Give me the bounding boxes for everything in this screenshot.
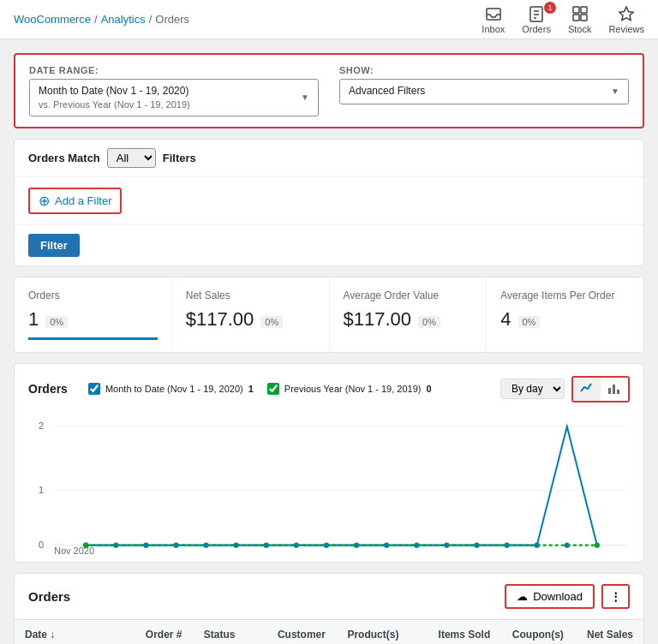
add-filter-label: Add a Filter (55, 194, 111, 207)
show-group: Show: Advanced Filters ▼ (339, 65, 629, 104)
chart-svg: 2 1 0 (28, 413, 630, 550)
inbox-label: Inbox (482, 24, 505, 34)
legend-current-checkbox[interactable] (88, 383, 100, 395)
stat-netsales: Net Sales $117.00 0% (172, 277, 330, 352)
stat-orders-label: Orders (28, 289, 158, 301)
stat-netsales-pct: 0% (260, 316, 283, 328)
svg-rect-6 (581, 7, 587, 13)
reviews-label: Reviews (608, 24, 644, 34)
date-range-chevron: ▼ (301, 92, 309, 102)
orders-icon (528, 5, 545, 22)
svg-rect-11 (613, 385, 615, 394)
show-select[interactable]: Advanced Filters ▼ (339, 79, 629, 104)
add-filter-row: ⊕ Add a Filter (15, 177, 643, 225)
svg-text:1: 1 (39, 484, 44, 494)
chart-header: Orders Month to Date (Nov 1 - 19, 2020) … (28, 376, 630, 402)
stat-netsales-label: Net Sales (186, 289, 315, 301)
legend-prev-checkbox[interactable] (267, 383, 279, 395)
svg-rect-12 (617, 390, 619, 394)
legend-prev: Previous Year (Nov 1 - 19, 2019) 0 (267, 383, 432, 395)
table-header: Orders ☁ Download ⋮ (15, 574, 643, 620)
col-date[interactable]: Date ↓ (15, 620, 135, 644)
col-coupons: Coupon(s) (502, 620, 576, 644)
orders-match-text: Orders Match (28, 152, 100, 164)
filters-label: Filters (163, 152, 196, 164)
chart-section: Orders Month to Date (Nov 1 - 19, 2020) … (14, 363, 644, 563)
svg-rect-8 (581, 15, 587, 21)
svg-rect-7 (573, 15, 579, 21)
more-options-button[interactable]: ⋮ (601, 584, 630, 609)
legend-current: Month to Date (Nov 1 - 19, 2020) 1 (88, 383, 254, 395)
chart-title: Orders (28, 382, 68, 396)
show-chevron: ▼ (611, 86, 619, 96)
svg-rect-5 (573, 7, 579, 13)
top-bar: WooCommerce / Analytics / Orders Inbox 1… (0, 0, 658, 39)
col-order: Order # (135, 620, 194, 644)
table-title: Orders (28, 589, 70, 604)
date-filter-section: Date Range: Month to Date (Nov 1 - 19, 2… (14, 53, 644, 128)
svg-point-37 (595, 542, 600, 547)
stat-avg-order-value: $117.00 (344, 308, 412, 331)
stock-nav[interactable]: Stock (568, 5, 592, 34)
bar-chart-icon (607, 381, 621, 395)
plus-circle-icon: ⊕ (39, 193, 50, 209)
stock-label: Stock (568, 24, 592, 34)
table-header-row: Date ↓ Order # Status Customer Product(s… (15, 620, 643, 644)
date-range-select[interactable]: Month to Date (Nov 1 - 19, 2020) vs. Pre… (29, 79, 319, 116)
top-icons: Inbox 1 Orders Stock Reviews (482, 5, 644, 34)
filter-apply-button[interactable]: Filter (28, 234, 80, 257)
line-chart-button[interactable] (573, 378, 601, 401)
col-products: Product(s) (337, 620, 428, 644)
breadcrumb-orders: Orders (155, 13, 189, 26)
stat-orders-bar (28, 337, 158, 340)
svg-text:0: 0 (39, 539, 44, 549)
line-chart-icon (580, 381, 594, 395)
breadcrumb-woocommerce[interactable]: WooCommerce (14, 13, 91, 26)
stat-avg-order-pct: 0% (418, 316, 440, 328)
orders-label: Orders (522, 24, 551, 34)
breadcrumb: WooCommerce / Analytics / Orders (14, 13, 189, 26)
bar-chart-button[interactable] (601, 378, 628, 401)
add-filter-button[interactable]: ⊕ Add a Filter (28, 188, 122, 214)
chart-legend: Orders Month to Date (Nov 1 - 19, 2020) … (28, 382, 432, 396)
svg-rect-10 (608, 388, 611, 394)
stat-orders-value: 1 (28, 308, 39, 331)
orders-badge: 1 (544, 2, 556, 14)
col-netsales: Net Sales (575, 620, 643, 644)
download-label: Download (533, 590, 583, 603)
svg-marker-9 (619, 7, 633, 21)
stock-icon (571, 5, 589, 22)
stat-avg-items-value: 4 (500, 308, 511, 331)
by-day-select[interactable]: By day (500, 379, 565, 399)
stat-netsales-value: $117.00 (186, 308, 254, 331)
breadcrumb-analytics[interactable]: Analytics (101, 13, 146, 26)
date-range-value: Month to Date (Nov 1 - 19, 2020) (39, 85, 188, 97)
legend-prev-label: Previous Year (Nov 1 - 19, 2019) (284, 384, 422, 394)
date-range-group: Date Range: Month to Date (Nov 1 - 19, 2… (29, 65, 319, 116)
col-items: Items Sold (428, 620, 502, 644)
download-button[interactable]: ☁ Download (505, 584, 595, 609)
orders-match-header: Orders Match All Any Filters (15, 140, 643, 177)
stat-orders: Orders 1 0% (15, 277, 172, 352)
stats-section: Orders 1 0% Net Sales $117.00 0% Average… (14, 277, 644, 353)
orders-match-section: Orders Match All Any Filters ⊕ Add a Fil… (14, 139, 644, 266)
date-range-label: Date Range: (29, 65, 319, 75)
stat-avg-order-label: Average Order Value (344, 289, 473, 301)
date-range-subvalue: vs. Previous Year (Nov 1 - 19, 2019) (39, 98, 190, 110)
orders-nav[interactable]: 1 Orders (522, 5, 551, 34)
filter-apply-row: Filter (15, 225, 643, 265)
stat-avg-order: Average Order Value $117.00 0% (330, 277, 488, 352)
inbox-nav[interactable]: Inbox (482, 5, 505, 34)
download-icon: ☁ (517, 590, 528, 603)
main-content: Date Range: Month to Date (Nov 1 - 19, 2… (0, 39, 658, 644)
stat-orders-pct: 0% (45, 316, 68, 328)
inbox-icon (485, 5, 502, 22)
legend-current-label: Month to Date (Nov 1 - 19, 2020) (105, 384, 243, 394)
chart-controls: By day (500, 376, 630, 402)
reviews-nav[interactable]: Reviews (608, 5, 644, 34)
orders-match-dropdown[interactable]: All Any (107, 148, 156, 168)
reviews-icon (618, 5, 635, 22)
show-label: Show: (339, 65, 629, 75)
col-customer: Customer (267, 620, 338, 644)
col-status: Status (194, 620, 267, 644)
